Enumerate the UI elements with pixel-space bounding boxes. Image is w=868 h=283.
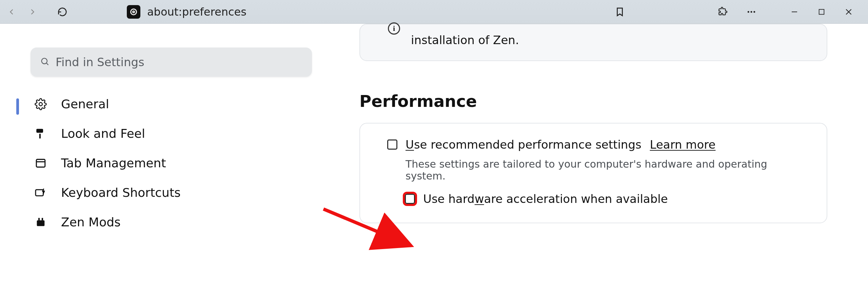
nav-label: General bbox=[61, 97, 109, 111]
svg-rect-4 bbox=[819, 9, 824, 14]
paint-icon bbox=[34, 127, 47, 140]
back-button[interactable] bbox=[4, 4, 19, 19]
setting-use-recommended[interactable]: Use recommended performance settings Lea… bbox=[387, 138, 806, 151]
notice-text: installation of Zen. bbox=[411, 33, 519, 47]
checkbox-hardware-accel[interactable] bbox=[405, 194, 415, 204]
nav-label: Keyboard Shortcuts bbox=[61, 186, 181, 200]
setting-label: Use recommended performance settings Lea… bbox=[406, 138, 715, 151]
checkbox-use-recommended[interactable] bbox=[387, 139, 397, 150]
svg-rect-11 bbox=[36, 159, 45, 167]
keyboard-bolt-icon bbox=[34, 186, 47, 200]
overflow-menu-icon[interactable] bbox=[744, 4, 759, 19]
site-identity-icon[interactable] bbox=[127, 5, 140, 19]
setting-label: Use hardware acceleration when available bbox=[423, 192, 668, 206]
svg-point-2 bbox=[753, 11, 755, 13]
info-icon: i bbox=[388, 22, 400, 35]
svg-line-17 bbox=[323, 209, 411, 246]
info-notice: i installation of Zen. bbox=[359, 24, 827, 61]
learn-more-link[interactable]: Learn more bbox=[650, 138, 716, 151]
window-icon bbox=[34, 156, 47, 170]
gear-icon bbox=[34, 97, 47, 111]
performance-card: Use recommended performance settings Lea… bbox=[359, 123, 827, 223]
bookmark-icon[interactable] bbox=[612, 4, 627, 19]
settings-sidebar: Find in Settings General Look and Feel T… bbox=[0, 24, 332, 283]
section-performance-title: Performance bbox=[359, 92, 868, 111]
svg-rect-15 bbox=[38, 218, 40, 220]
nav-look-and-feel[interactable]: Look and Feel bbox=[34, 127, 312, 140]
window-controls bbox=[783, 4, 861, 19]
nav-keyboard-shortcuts[interactable]: Keyboard Shortcuts bbox=[34, 186, 312, 200]
search-icon bbox=[40, 57, 50, 68]
svg-point-9 bbox=[39, 102, 42, 106]
svg-point-1 bbox=[751, 11, 752, 13]
nav-label: Zen Mods bbox=[61, 215, 121, 229]
svg-rect-16 bbox=[42, 218, 43, 220]
window-minimize[interactable] bbox=[783, 4, 806, 19]
settings-search[interactable]: Find in Settings bbox=[31, 48, 312, 77]
svg-point-7 bbox=[42, 58, 47, 64]
setting-description: These settings are tailored to your comp… bbox=[406, 158, 806, 182]
settings-page: Find in Settings General Look and Feel T… bbox=[0, 24, 868, 283]
window-close[interactable] bbox=[837, 4, 861, 19]
nav-tab-management[interactable]: Tab Management bbox=[34, 156, 312, 170]
svg-line-8 bbox=[46, 63, 48, 65]
setting-hardware-accel[interactable]: Use hardware acceleration when available bbox=[405, 192, 806, 206]
browser-toolbar: about:preferences bbox=[0, 0, 868, 24]
extensions-icon[interactable] bbox=[715, 4, 730, 19]
svg-rect-13 bbox=[36, 190, 43, 196]
settings-nav: General Look and Feel Tab Management Key… bbox=[31, 97, 312, 229]
svg-point-0 bbox=[748, 11, 749, 13]
nav-label: Look and Feel bbox=[61, 127, 145, 140]
nav-zen-mods[interactable]: Zen Mods bbox=[34, 215, 312, 229]
toolbar-right bbox=[612, 4, 864, 19]
search-placeholder: Find in Settings bbox=[56, 55, 144, 69]
svg-rect-14 bbox=[37, 220, 45, 226]
svg-rect-10 bbox=[39, 134, 41, 138]
window-maximize[interactable] bbox=[810, 4, 833, 19]
forward-button[interactable] bbox=[25, 4, 40, 19]
nav-general[interactable]: General bbox=[34, 97, 312, 111]
url-text: about:preferences bbox=[147, 5, 246, 18]
reload-button[interactable] bbox=[55, 4, 70, 19]
nav-label: Tab Management bbox=[61, 156, 166, 170]
annotation-arrow bbox=[320, 206, 425, 263]
settings-content: i installation of Zen. Performance Use r… bbox=[332, 24, 868, 283]
address-bar[interactable]: about:preferences bbox=[76, 3, 606, 20]
plugin-icon bbox=[34, 215, 47, 229]
